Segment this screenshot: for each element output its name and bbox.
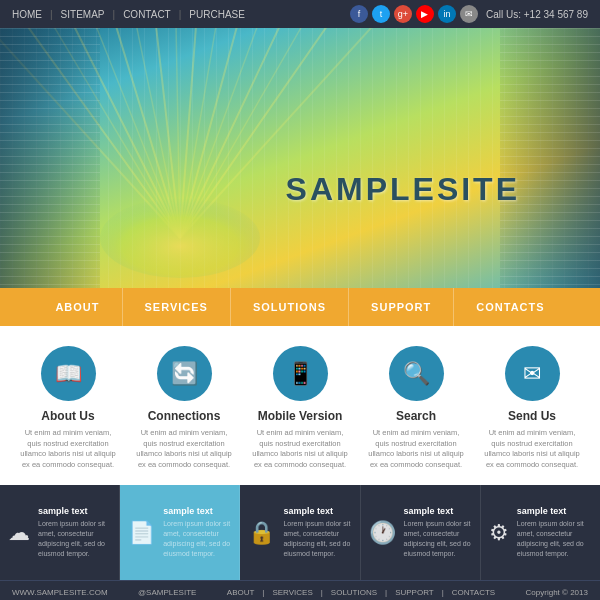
top-navigation: HOME | SITEMAP | CONTACT | PURCHASE f t … (0, 0, 600, 28)
hero-title: SAMPLESITE (286, 171, 520, 208)
feature-title-3: Search (396, 409, 436, 423)
panel-content-4: sample text Lorem ipsum dolor sit amet, … (517, 506, 592, 558)
feature-item-0: 📖 About Us Ut enim ad minim veniam, quis… (18, 346, 118, 470)
email-icon[interactable]: ✉ (460, 5, 478, 23)
feature-item-2: 📱 Mobile Version Ut enim ad minim veniam… (250, 346, 350, 470)
panel-icon-4: ⚙ (489, 520, 509, 546)
building-left (0, 28, 100, 288)
panel-content-0: sample text Lorem ipsum dolor sit amet, … (38, 506, 111, 558)
panel-text-2: Lorem ipsum dolor sit amet, consectetur … (283, 519, 351, 558)
panel-content-2: sample text Lorem ipsum dolor sit amet, … (283, 506, 351, 558)
panel-text-4: Lorem ipsum dolor sit amet, consectetur … (517, 519, 592, 558)
mainnav-contacts[interactable]: CONTACTS (454, 288, 566, 326)
footer-solutions[interactable]: SOLUTIONS (331, 588, 377, 597)
linkedin-icon[interactable]: in (438, 5, 456, 23)
feature-icon-4: ✉ (505, 346, 560, 401)
feature-desc-2: Ut enim ad minim veniam, quis nostrud ex… (250, 428, 350, 470)
footer-services[interactable]: SERVICES (272, 588, 312, 597)
panel-item-3[interactable]: 🕐 sample text Lorem ipsum dolor sit amet… (361, 485, 481, 580)
panel-title-3: sample text (404, 506, 472, 516)
feature-desc-1: Ut enim ad minim veniam, quis nostrud ex… (134, 428, 234, 470)
footer-handle: @SAMPLESITE (138, 588, 196, 597)
panel-icon-0: ☁ (8, 520, 30, 546)
panel-icon-1: 📄 (128, 520, 155, 546)
panel-title-2: sample text (283, 506, 351, 516)
footer-nav: ABOUT | SERVICES | SOLUTIONS | SUPPORT |… (227, 588, 495, 597)
mainnav-about[interactable]: ABOUT (33, 288, 122, 326)
feature-item-4: ✉ Send Us Ut enim ad minim veniam, quis … (482, 346, 582, 470)
youtube-icon[interactable]: ▶ (416, 5, 434, 23)
call-us-text: Call Us: +12 34 567 89 (486, 9, 588, 20)
feature-desc-3: Ut enim ad minim veniam, quis nostrud ex… (366, 428, 466, 470)
footer-copyright: Copyright © 2013 (526, 588, 588, 597)
building-right (500, 28, 600, 288)
footer: WWW.SAMPLESITE.COM @SAMPLESITE ABOUT | S… (0, 580, 600, 600)
panel-title-1: sample text (163, 506, 231, 516)
feature-icon-2: 📱 (273, 346, 328, 401)
panel-item-2[interactable]: 🔒 sample text Lorem ipsum dolor sit amet… (240, 485, 360, 580)
panel-content-1: sample text Lorem ipsum dolor sit amet, … (163, 506, 231, 558)
feature-icon-3: 🔍 (389, 346, 444, 401)
features-section: 📖 About Us Ut enim ad minim veniam, quis… (0, 326, 600, 485)
nav-sitemap[interactable]: SITEMAP (61, 9, 105, 20)
feature-desc-4: Ut enim ad minim veniam, quis nostrud ex… (482, 428, 582, 470)
twitter-icon[interactable]: t (372, 5, 390, 23)
mainnav-support[interactable]: SUPPORT (349, 288, 454, 326)
hero-section: SAMPLESITE (0, 28, 600, 288)
top-nav-right: f t g+ ▶ in ✉ Call Us: +12 34 567 89 (350, 5, 588, 23)
footer-contacts[interactable]: CONTACTS (452, 588, 495, 597)
mainnav-services[interactable]: SERVICES (123, 288, 231, 326)
bottom-panels: ☁ sample text Lorem ipsum dolor sit amet… (0, 485, 600, 580)
mainnav-solutions[interactable]: SOLUTIONS (231, 288, 349, 326)
panel-item-4[interactable]: ⚙ sample text Lorem ipsum dolor sit amet… (481, 485, 600, 580)
feature-desc-0: Ut enim ad minim veniam, quis nostrud ex… (18, 428, 118, 470)
googleplus-icon[interactable]: g+ (394, 5, 412, 23)
feature-icon-0: 📖 (41, 346, 96, 401)
svg-point-17 (100, 198, 260, 278)
panel-title-4: sample text (517, 506, 592, 516)
panel-title-0: sample text (38, 506, 111, 516)
panel-text-1: Lorem ipsum dolor sit amet, consectetur … (163, 519, 231, 558)
panel-content-3: sample text Lorem ipsum dolor sit amet, … (404, 506, 472, 558)
social-icons: f t g+ ▶ in ✉ (350, 5, 478, 23)
facebook-icon[interactable]: f (350, 5, 368, 23)
feature-item-1: 🔄 Connections Ut enim ad minim veniam, q… (134, 346, 234, 470)
footer-site: WWW.SAMPLESITE.COM (12, 588, 108, 597)
panel-icon-2: 🔒 (248, 520, 275, 546)
nav-purchase[interactable]: PURCHASE (189, 9, 245, 20)
panel-item-0[interactable]: ☁ sample text Lorem ipsum dolor sit amet… (0, 485, 120, 580)
footer-about[interactable]: ABOUT (227, 588, 255, 597)
feature-title-4: Send Us (508, 409, 556, 423)
feature-title-0: About Us (41, 409, 94, 423)
panel-item-1[interactable]: 📄 sample text Lorem ipsum dolor sit amet… (120, 485, 240, 580)
nav-contact[interactable]: CONTACT (123, 9, 171, 20)
feature-title-1: Connections (148, 409, 221, 423)
panel-text-0: Lorem ipsum dolor sit amet, consectetur … (38, 519, 111, 558)
panel-text-3: Lorem ipsum dolor sit amet, consectetur … (404, 519, 472, 558)
top-nav-links: HOME | SITEMAP | CONTACT | PURCHASE (12, 9, 245, 20)
footer-support[interactable]: SUPPORT (395, 588, 434, 597)
nav-home[interactable]: HOME (12, 9, 42, 20)
main-navigation: ABOUT SERVICES SOLUTIONS SUPPORT CONTACT… (0, 288, 600, 326)
panel-icon-3: 🕐 (369, 520, 396, 546)
feature-title-2: Mobile Version (258, 409, 343, 423)
feature-icon-1: 🔄 (157, 346, 212, 401)
feature-item-3: 🔍 Search Ut enim ad minim veniam, quis n… (366, 346, 466, 470)
